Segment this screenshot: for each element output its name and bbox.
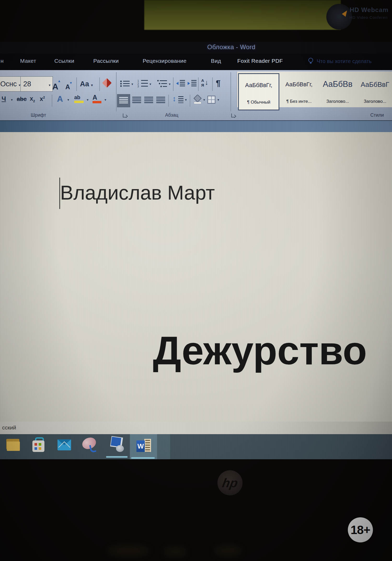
sticker-line2: HD Video Conferen xyxy=(349,15,388,20)
language-indicator[interactable]: сский xyxy=(2,424,16,431)
grow-font-button[interactable]: А▴ xyxy=(52,79,60,91)
decrease-indent-icon[interactable] xyxy=(176,80,186,87)
style-card-no-spacing[interactable]: АаБбВвГг, ¶ Без инте... xyxy=(280,73,318,109)
sticker-line1: HD Webcam xyxy=(350,6,389,14)
chevron-down-icon[interactable] xyxy=(203,97,205,102)
word-icon[interactable]: W xyxy=(136,437,152,454)
style-label: ¶ Без инте... xyxy=(280,99,318,104)
chevron-down-icon xyxy=(49,77,50,93)
strikethrough-button[interactable]: abc xyxy=(17,96,27,102)
justify-icon[interactable] xyxy=(156,97,165,104)
font-size-combobox[interactable]: 28 xyxy=(20,76,53,92)
folder-front-shape xyxy=(7,441,20,451)
divider xyxy=(212,77,213,91)
chevron-down-icon[interactable] xyxy=(105,97,106,102)
font-name-value: Оснс xyxy=(0,80,17,88)
status-bar: сский xyxy=(0,422,392,434)
style-card-normal[interactable]: АаБбВвГг, ¶ Обычный xyxy=(238,73,279,110)
dialog-launcher-icon[interactable] xyxy=(231,114,235,117)
taskbar-strip xyxy=(157,434,170,459)
chevron-down-icon[interactable] xyxy=(149,82,151,86)
group-label-paragraph: Абзац xyxy=(157,112,186,118)
mail-icon[interactable] xyxy=(57,438,71,451)
divider xyxy=(198,77,199,91)
highlight-color-button[interactable]: ab xyxy=(74,95,84,103)
svg-text:3: 3 xyxy=(137,85,139,87)
tab-view[interactable]: Вид xyxy=(211,58,221,64)
paint-3d-icon[interactable] xyxy=(82,437,98,453)
tab-foxit-pdf[interactable]: Foxit Reader PDF xyxy=(237,58,283,64)
chevron-down-icon[interactable] xyxy=(131,82,133,86)
borders-icon[interactable] xyxy=(207,96,215,104)
document-author-text[interactable]: Владислав Март xyxy=(60,181,215,205)
tab-references[interactable]: Ссылки xyxy=(54,58,74,64)
increase-indent-icon[interactable] xyxy=(187,80,197,87)
align-left-icon xyxy=(119,97,128,104)
chevron-down-icon xyxy=(91,80,93,88)
shrink-font-button[interactable]: А▾ xyxy=(65,81,72,90)
subscript-glyph: x xyxy=(30,95,33,102)
svg-text:1: 1 xyxy=(137,80,139,82)
word-page-shape xyxy=(144,439,151,452)
highlight-glyph: ab xyxy=(74,94,80,100)
underline-button[interactable]: Ч xyxy=(2,96,6,102)
multilevel-list-icon[interactable] xyxy=(157,80,168,87)
document-page[interactable]: Владислав Март Дежурство xyxy=(0,132,392,422)
this-pc-icon[interactable] xyxy=(110,437,125,453)
tell-me-bulb-icon[interactable] xyxy=(308,58,313,63)
ribbon: Оснс 28 А▴ А▾ Аа 1 2 3 xyxy=(0,70,392,121)
change-case-button[interactable]: Аа xyxy=(80,81,93,88)
tab-mailings[interactable]: Рассылки xyxy=(93,58,119,64)
square-shape xyxy=(34,443,37,446)
subscript-button[interactable]: x2 xyxy=(30,96,35,103)
chevron-down-icon[interactable] xyxy=(67,97,69,102)
numbering-icon[interactable]: 1 2 3 xyxy=(137,80,148,87)
group-label-styles: Стили xyxy=(363,112,391,118)
taskbar: W xyxy=(0,434,392,459)
style-preview: АаБбВв xyxy=(319,80,357,89)
age-rating-badge: 18+ xyxy=(348,517,373,542)
group-label-font: Шрифт xyxy=(24,112,53,118)
dialog-launcher-icon[interactable] xyxy=(123,114,127,117)
style-card-heading2[interactable]: АаБбВвГ Заголово... xyxy=(358,73,392,109)
tab-review[interactable]: Рецензирование xyxy=(143,58,187,64)
align-right-icon[interactable] xyxy=(144,97,153,104)
down-arrow-icon: ↓ xyxy=(205,79,208,86)
font-name-combobox[interactable]: Оснс xyxy=(0,76,21,92)
chevron-down-icon[interactable] xyxy=(11,97,13,102)
align-left-button[interactable] xyxy=(117,94,130,107)
font-color-glyph: А xyxy=(93,94,97,101)
ribbon-bottom-strip xyxy=(0,120,392,133)
bezel-reflection xyxy=(214,546,242,556)
superscript-button[interactable]: x2 xyxy=(40,96,45,102)
bullets-icon[interactable] xyxy=(120,80,130,87)
text-effects-button[interactable]: А xyxy=(57,95,63,103)
background-green-object xyxy=(144,0,341,30)
clear-formatting-icon[interactable] xyxy=(102,78,112,88)
chevron-down-icon[interactable] xyxy=(185,97,187,102)
subscript-small: 2 xyxy=(33,99,35,103)
shading-bucket-icon[interactable] xyxy=(193,95,202,104)
laptop-screen: Обложка - Word н Макет Ссылки Рассылки Р… xyxy=(0,42,392,459)
style-preview: АаБбВвГ xyxy=(358,81,392,89)
square-shape xyxy=(39,443,41,446)
line-spacing-button[interactable]: ↕ xyxy=(172,95,176,103)
tell-me-box[interactable]: Что вы хотите сделать xyxy=(317,58,372,64)
sort-letter-top: А xyxy=(201,78,204,82)
show-marks-button[interactable]: ¶ xyxy=(216,79,221,87)
chevron-down-icon[interactable] xyxy=(169,82,171,86)
tab-layout[interactable]: Макет xyxy=(20,58,36,64)
style-card-heading1[interactable]: АаБбВв Заголово... xyxy=(319,73,357,109)
font-color-button[interactable]: А xyxy=(93,94,101,103)
chevron-down-icon[interactable] xyxy=(87,97,89,102)
hp-logo-text: hp xyxy=(221,476,239,490)
chevron-down-icon[interactable] xyxy=(217,97,219,102)
file-explorer-icon[interactable] xyxy=(6,438,20,452)
divider xyxy=(190,95,190,107)
document-title-text[interactable]: Дежурство xyxy=(153,328,367,373)
title-bar: Обложка - Word xyxy=(0,42,392,54)
tab-design-partial[interactable]: н xyxy=(1,58,4,64)
align-center-icon[interactable] xyxy=(132,97,141,104)
microsoft-store-icon[interactable] xyxy=(32,437,45,452)
font-size-value: 28 xyxy=(23,80,31,88)
